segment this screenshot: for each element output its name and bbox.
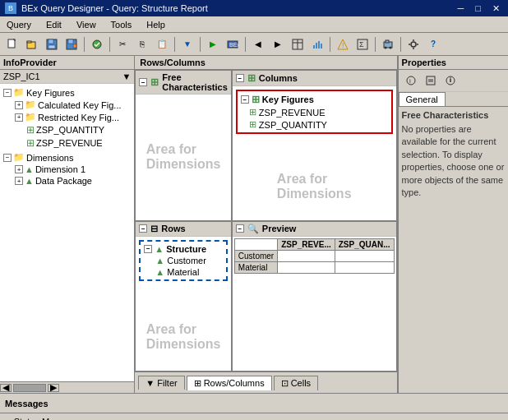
row-customer[interactable]: ▲ Customer — [142, 255, 224, 266]
tb-exception[interactable]: ! — [334, 35, 352, 53]
dim1-icon: ▲ — [25, 164, 34, 174]
rows-area-label: Area forDimensions — [146, 322, 221, 352]
toolbar-sep-1 — [84, 37, 85, 52]
structure-header: − ▲ Structure — [142, 243, 224, 255]
preview-expand[interactable]: − — [236, 224, 244, 233]
menu-help[interactable]: Help — [143, 19, 169, 30]
tb-settings[interactable] — [404, 35, 423, 53]
kf-col-expand[interactable]: − — [241, 95, 249, 104]
dimensions-children: + ▲ Dimension 1 + ▲ Data Package — [2, 164, 132, 187]
columns-expand[interactable]: − — [236, 74, 244, 82]
data-pkg-row[interactable]: + ▲ Data Package — [13, 175, 132, 187]
scroll-thumb[interactable] — [13, 384, 46, 392]
svg-rect-8 — [73, 44, 76, 48]
tb-condition[interactable]: Σ — [353, 35, 372, 53]
dimensions-expand[interactable]: − — [3, 154, 12, 162]
row-material[interactable]: ▲ Material — [142, 266, 224, 278]
tb-table[interactable] — [289, 35, 307, 53]
customer-icon: ▲ — [155, 256, 164, 265]
preview-corner — [234, 238, 277, 250]
zsp-revenue-row[interactable]: ⊞ ZSP_REVENUE — [13, 136, 132, 150]
svg-rect-4 — [48, 39, 53, 44]
scroll-left[interactable]: ◀ — [0, 384, 12, 392]
col-qty-label: ZSP_QUANTITY — [259, 120, 327, 130]
svg-text:Σ: Σ — [359, 40, 364, 48]
free-chars-header: − ⊞ Free Characteristics — [136, 71, 231, 95]
key-figures-expand[interactable]: − — [3, 89, 12, 97]
restricted-key-expand[interactable]: + — [15, 113, 23, 122]
rows-expand[interactable]: − — [139, 224, 147, 233]
props-btn-2[interactable] — [422, 72, 440, 90]
structure-icon: ▲ — [155, 244, 164, 254]
minimize-btn[interactable]: ─ — [455, 3, 468, 13]
tb-run2[interactable]: BEx — [224, 35, 242, 53]
preview-row-1-header: Customer — [234, 250, 277, 261]
svg-text:BEx: BEx — [229, 42, 238, 48]
tb-help[interactable]: ? — [424, 35, 442, 53]
calc-key-row[interactable]: + 📁 Calculated Key Fig... — [13, 99, 132, 111]
tab-filter[interactable]: ▼ Filter — [138, 376, 184, 390]
svg-rect-15 — [313, 45, 315, 48]
svg-rect-7 — [68, 39, 73, 44]
scroll-right[interactable]: ▶ — [48, 384, 59, 392]
dimensions-row[interactable]: − 📁 Dimensions — [2, 151, 132, 164]
dimensions-label: Dimensions — [26, 153, 73, 163]
restricted-folder-icon: 📁 — [25, 112, 36, 122]
tb-paste[interactable]: 📋 — [153, 35, 171, 53]
menu-query[interactable]: Query — [3, 19, 35, 30]
infoprovider-hscroll[interactable]: ◀ ▶ — [0, 381, 134, 393]
col-zsp-revenue[interactable]: ⊞ ZSP_REVENUE — [239, 106, 390, 118]
tab-cells[interactable]: ⊡ Cells — [274, 376, 318, 390]
app-icon: B — [5, 2, 16, 14]
props-btn-3[interactable] — [441, 72, 460, 90]
key-figures-row[interactable]: − 📁 Key Figures — [2, 86, 132, 99]
status-text: Status Messages — [14, 417, 83, 421]
props-tab-general[interactable]: General — [399, 92, 446, 106]
restricted-key-row[interactable]: + 📁 Restricted Key Fig... — [13, 111, 132, 123]
filter-tab-icon: ▼ — [145, 378, 155, 388]
dimensions-node: − 📁 Dimensions + ▲ Dimension 1 + ▲ Data … — [2, 150, 132, 187]
rows-cell: − ⊟ Rows − ▲ Structure ▲ Custom — [135, 221, 232, 372]
properties-description: No properties are available for the curr… — [402, 124, 505, 197]
tab-rows-cols[interactable]: ⊞ Rows/Columns — [187, 376, 272, 390]
rows-cols-tab-icon: ⊞ — [194, 378, 201, 389]
provider-dropdown[interactable]: ▼ — [122, 72, 131, 81]
tb-prev-col[interactable]: ◀ — [249, 35, 267, 53]
menu-view[interactable]: View — [73, 19, 99, 30]
dim1-expand[interactable]: + — [15, 165, 23, 173]
tb-saveas[interactable] — [62, 35, 81, 53]
columns-title: Columns — [259, 73, 298, 83]
menu-tools[interactable]: Tools — [108, 19, 136, 30]
messages-title: Messages — [5, 399, 48, 408]
tb-save[interactable] — [43, 35, 61, 53]
structure-expand[interactable]: − — [144, 245, 152, 253]
dim1-row[interactable]: + ▲ Dimension 1 — [13, 164, 132, 175]
zsp-quantity-row[interactable]: ⊞ ZSP_QUANTITY — [13, 123, 132, 136]
tb-transport[interactable] — [379, 35, 397, 53]
maximize-btn[interactable]: □ — [472, 3, 484, 13]
tb-open[interactable] — [23, 35, 41, 53]
key-figures-label: Key Figures — [26, 88, 75, 98]
col-zsp-quantity[interactable]: ⊞ ZSP_QUANTITY — [239, 118, 390, 131]
window-title: BEx Query Designer - Query: Structure Re… — [21, 3, 208, 13]
tb-run[interactable]: ▶ — [204, 35, 222, 53]
svg-point-26 — [390, 46, 392, 48]
tb-copy[interactable]: ⎘ — [133, 35, 151, 53]
data-pkg-expand[interactable]: + — [15, 177, 23, 185]
props-btn-1[interactable]: i — [402, 72, 420, 90]
tb-filter[interactable]: ▼ — [178, 35, 196, 53]
calc-key-expand[interactable]: + — [15, 101, 23, 109]
free-chars-area-label: Area forDimensions — [146, 142, 221, 172]
tb-cut[interactable]: ✂ — [113, 35, 132, 53]
tb-next-col[interactable]: ▶ — [269, 35, 287, 53]
tb-check[interactable] — [88, 35, 106, 53]
svg-rect-16 — [316, 43, 317, 48]
free-chars-expand[interactable]: − — [139, 78, 147, 86]
toolbar-sep-4 — [200, 37, 201, 52]
tb-chart[interactable] — [308, 35, 326, 53]
menu-edit[interactable]: Edit — [43, 19, 65, 30]
key-figures-column-box: − ⊞ Key Figures ⊞ ZSP_REVENUE ⊞ ZSP_QUAN… — [236, 90, 393, 134]
close-btn[interactable]: ✕ — [489, 3, 503, 14]
tb-new[interactable] — [3, 35, 21, 53]
menu-bar: Query Edit View Tools Help — [0, 16, 508, 33]
